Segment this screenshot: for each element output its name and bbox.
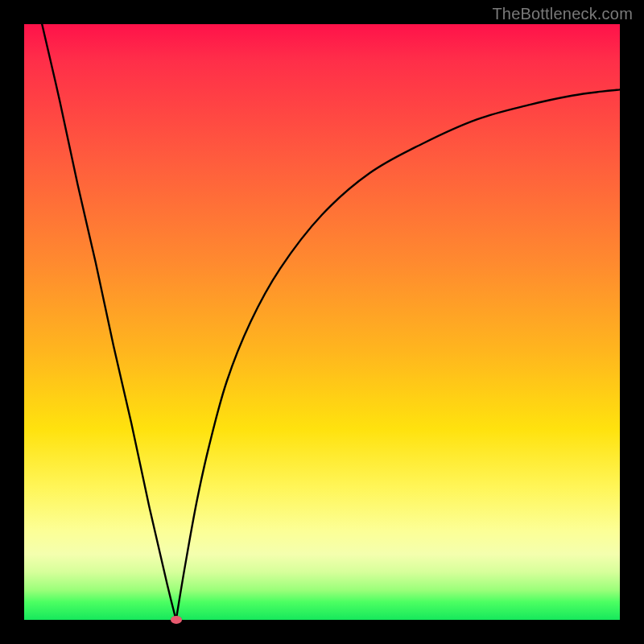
plot-area <box>24 24 620 620</box>
bottleneck-curve <box>24 24 620 620</box>
watermark-text: TheBottleneck.com <box>492 5 633 23</box>
minimum-marker <box>171 616 182 624</box>
chart-frame: TheBottleneck.com <box>0 0 644 644</box>
